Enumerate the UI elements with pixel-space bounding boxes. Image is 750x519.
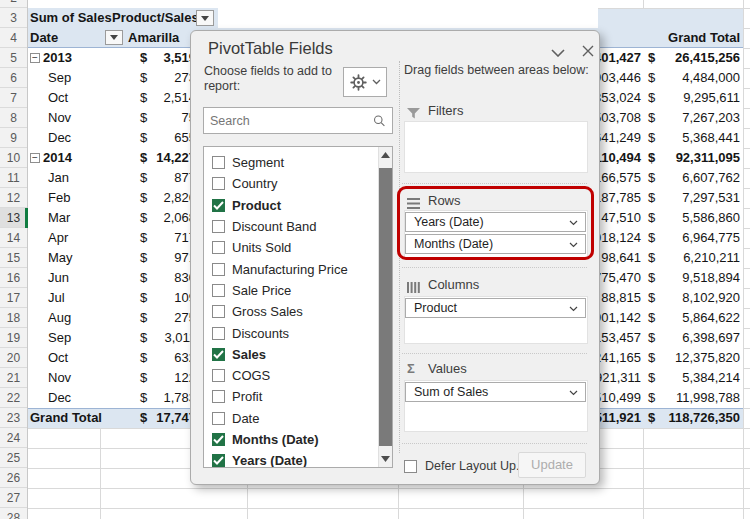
- grand-total-value[interactable]: 6,210,211: [655, 248, 740, 268]
- pivot-row-field-caption[interactable]: Date: [30, 28, 58, 48]
- grand-total-value[interactable]: 92,311,095: [655, 148, 740, 168]
- row-label[interactable]: Jan: [48, 168, 69, 188]
- filters-area-dropzone[interactable]: [404, 121, 588, 173]
- row-label[interactable]: 2013: [43, 48, 72, 68]
- rows-area-pill-2[interactable]: Months (Date): [405, 234, 586, 254]
- row-label[interactable]: Sep: [48, 328, 71, 348]
- row-label[interactable]: Jun: [48, 268, 69, 288]
- field-search-input[interactable]: [204, 113, 373, 129]
- row-header-2[interactable]: 2: [0, 0, 27, 8]
- grand-total-value[interactable]: 8,102,920: [655, 288, 740, 308]
- collapse-button[interactable]: −: [30, 153, 40, 163]
- field-item-units-sold[interactable]: Units Sold: [204, 237, 392, 258]
- field-item-country[interactable]: Country: [204, 173, 392, 194]
- rows-area-pill-1[interactable]: Years (Date): [405, 212, 586, 232]
- field-item-years-date-[interactable]: Years (Date): [204, 450, 392, 468]
- row-label[interactable]: May: [48, 248, 73, 268]
- row-label[interactable]: Aug: [48, 308, 71, 328]
- column-header-amarilla[interactable]: Amarilla: [128, 28, 179, 48]
- field-checkbox[interactable]: [212, 220, 225, 233]
- row-header-9[interactable]: 9: [0, 128, 27, 148]
- field-item-date[interactable]: Date: [204, 408, 392, 429]
- field-checkbox[interactable]: [212, 412, 225, 425]
- pane-close-button[interactable]: [579, 42, 597, 60]
- grand-total-value[interactable]: 12,375,820: [655, 348, 740, 368]
- amarilla-value[interactable]: 122: [146, 368, 196, 388]
- field-checkbox[interactable]: [212, 327, 225, 340]
- amarilla-value[interactable]: 75: [146, 108, 196, 128]
- field-checkbox[interactable]: [212, 305, 225, 318]
- row-header-21[interactable]: 21: [0, 368, 27, 388]
- row-label[interactable]: 2014: [43, 148, 72, 168]
- amarilla-value[interactable]: 109: [146, 288, 196, 308]
- grand-total-value[interactable]: 7,267,203: [655, 108, 740, 128]
- collapse-button[interactable]: −: [30, 53, 40, 63]
- row-header-25[interactable]: 25: [0, 448, 27, 468]
- field-item-profit[interactable]: Profit: [204, 386, 392, 407]
- row-header-16[interactable]: 16: [0, 268, 27, 288]
- row-header-26[interactable]: 26: [0, 468, 27, 488]
- grand-total-value[interactable]: 5,586,860: [655, 208, 740, 228]
- row-header-22[interactable]: 22: [0, 388, 27, 408]
- row-label[interactable]: Mar: [48, 208, 70, 228]
- amarilla-value[interactable]: 1,783: [146, 388, 196, 408]
- pivot-value-caption[interactable]: Sum of Sales: [30, 8, 112, 28]
- field-item-sale-price[interactable]: Sale Price: [204, 280, 392, 301]
- tools-gear-button[interactable]: [343, 67, 387, 97]
- grand-total-row-label[interactable]: Grand Total: [30, 408, 102, 428]
- column-header-grand-total[interactable]: Grand Total: [643, 28, 740, 48]
- pane-options-chevron-button[interactable]: [549, 44, 567, 62]
- columns-area-pill-1[interactable]: Product: [405, 298, 586, 318]
- grand-total-value[interactable]: 4,484,000: [655, 68, 740, 88]
- row-header-14[interactable]: 14: [0, 228, 27, 248]
- row-header-12[interactable]: 12: [0, 188, 27, 208]
- field-item-sales[interactable]: Sales: [204, 344, 392, 365]
- amarilla-value[interactable]: 2,514: [146, 88, 196, 108]
- field-item-gross-sales[interactable]: Gross Sales: [204, 301, 392, 322]
- grand-total-value[interactable]: 7,297,531: [655, 188, 740, 208]
- date-filter-button[interactable]: [105, 30, 123, 45]
- row-header-11[interactable]: 11: [0, 168, 27, 188]
- field-checkbox[interactable]: [212, 454, 225, 467]
- row-label[interactable]: Oct: [48, 88, 68, 108]
- row-header-5[interactable]: 5: [0, 48, 27, 68]
- row-header-7[interactable]: 7: [0, 88, 27, 108]
- scroll-up-button[interactable]: [379, 147, 392, 163]
- row-header-6[interactable]: 6: [0, 68, 27, 88]
- field-checkbox[interactable]: [212, 433, 225, 446]
- field-checkbox[interactable]: [212, 241, 225, 254]
- field-item-discount-band[interactable]: Discount Band: [204, 216, 392, 237]
- row-label[interactable]: Nov: [48, 368, 71, 388]
- field-item-discounts[interactable]: Discounts: [204, 322, 392, 343]
- field-item-cogs[interactable]: COGS: [204, 365, 392, 386]
- field-checkbox[interactable]: [212, 390, 225, 403]
- amarilla-value[interactable]: 17,747: [146, 408, 196, 428]
- row-header-27[interactable]: 27: [0, 488, 27, 508]
- amarilla-value[interactable]: 3,011: [146, 328, 196, 348]
- field-item-product[interactable]: Product: [204, 195, 392, 216]
- row-header-24[interactable]: 24: [0, 428, 27, 448]
- row-header-17[interactable]: 17: [0, 288, 27, 308]
- field-checkbox[interactable]: [212, 177, 225, 190]
- amarilla-value[interactable]: 273: [146, 68, 196, 88]
- grand-total-value[interactable]: 5,384,214: [655, 368, 740, 388]
- grand-total-value[interactable]: 6,964,775: [655, 228, 740, 248]
- row-label[interactable]: Dec: [48, 128, 71, 148]
- grand-total-value[interactable]: 5,368,441: [655, 128, 740, 148]
- grand-total-value[interactable]: 26,415,256: [655, 48, 740, 68]
- update-button[interactable]: Update: [518, 452, 586, 478]
- row-header-8[interactable]: 8: [0, 108, 27, 128]
- row-header-3[interactable]: 3: [0, 8, 27, 28]
- row-label[interactable]: Apr: [48, 228, 68, 248]
- values-area-pill-1[interactable]: Sum of Sales: [405, 382, 586, 402]
- row-header-13[interactable]: 13: [0, 208, 27, 228]
- grand-total-value[interactable]: 5,864,622: [655, 308, 740, 328]
- row-header-15[interactable]: 15: [0, 248, 27, 268]
- amarilla-value[interactable]: 2,826: [146, 188, 196, 208]
- field-checkbox[interactable]: [212, 369, 225, 382]
- field-item-manufacturing-price[interactable]: Manufacturing Price: [204, 258, 392, 279]
- amarilla-value[interactable]: 830: [146, 268, 196, 288]
- field-checkbox[interactable]: [212, 156, 225, 169]
- row-header-23[interactable]: 23: [0, 408, 27, 428]
- field-list-scrollbar[interactable]: [378, 147, 392, 467]
